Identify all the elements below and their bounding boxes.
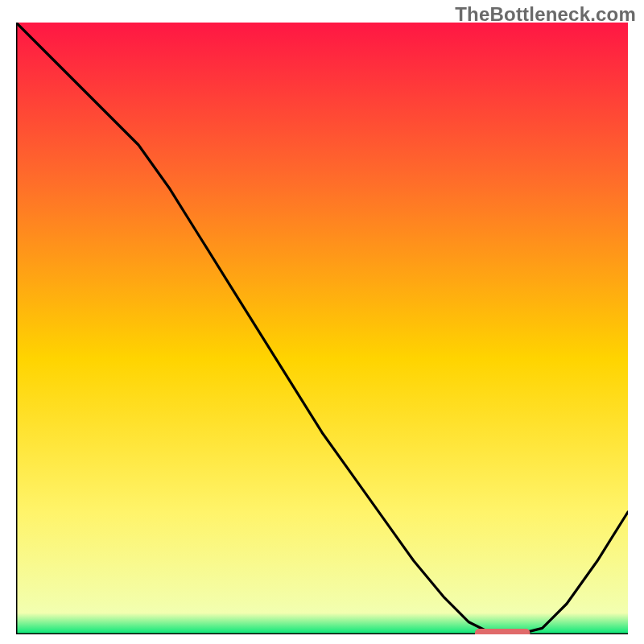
optimal-marker [475, 629, 530, 634]
bottleneck-plot [16, 23, 628, 634]
chart-canvas: TheBottleneck.com [0, 0, 644, 644]
